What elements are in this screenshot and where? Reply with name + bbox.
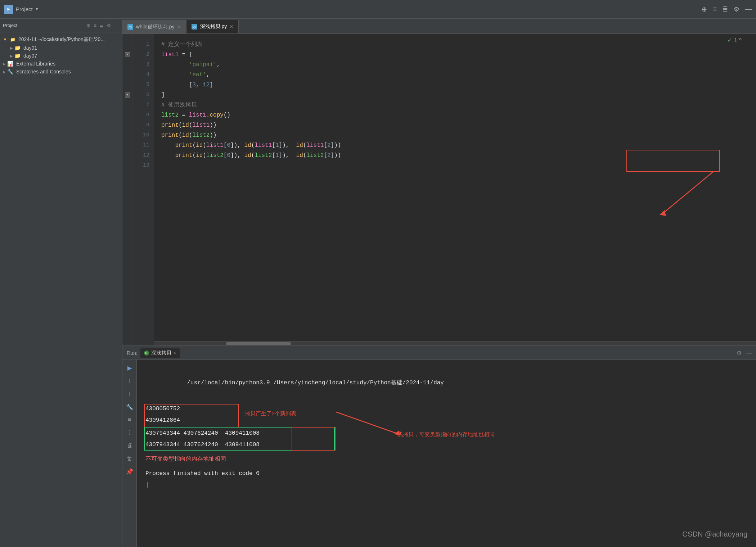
chevron-right-icon-2: ▶ xyxy=(10,54,13,58)
run-output-line-4: 4307943344 4307624240 4309411008 xyxy=(145,439,747,451)
run-header-right: ⚙ — xyxy=(737,349,752,356)
sidebar-header: Project ⊕ ≡ ≣ ⚙ — xyxy=(0,19,122,32)
close-top-btn[interactable]: — xyxy=(745,5,752,13)
code-indent-3 xyxy=(161,60,189,70)
code-horizontal-scrollbar[interactable] xyxy=(154,341,756,345)
run-pin-btn[interactable]: 📌 xyxy=(125,466,135,476)
code-bracket-open: [ xyxy=(189,80,193,90)
run-close-btn[interactable]: — xyxy=(746,350,752,356)
run-tab[interactable]: ▶ 深浅拷贝 ✕ xyxy=(140,348,180,358)
run-print-btn[interactable]: 🖨 xyxy=(125,440,135,451)
sidebar-collapse[interactable]: — xyxy=(114,23,119,28)
tab-while-close[interactable]: ✕ xyxy=(177,24,181,30)
layout-btn-3[interactable]: ≣ xyxy=(723,5,728,13)
sidebar-item-scratches[interactable]: ▶ 🔧 Scratches and Consoles xyxy=(1,68,121,76)
code-string-eat: 'eat' xyxy=(189,70,206,80)
code-id-12c: id xyxy=(296,150,303,161)
code-idx-0b: 0 xyxy=(227,150,230,161)
watermark: CSDN @achaoyang xyxy=(683,530,747,538)
code-p11e: ( xyxy=(251,140,255,150)
code-l1-11b: list1 xyxy=(255,140,272,150)
code-comma-5: , xyxy=(196,80,203,90)
sidebar-ctrl-1[interactable]: ⊕ xyxy=(86,23,91,28)
main-layout: Project ⊕ ≡ ≣ ⚙ — ▼ 📁 2024-11 ~/local/st… xyxy=(0,19,756,547)
line-num-10: 10 xyxy=(132,130,154,140)
code-id-12a: id xyxy=(196,150,203,161)
tabs-bar: py while循环练习.py ✕ py 深浅拷贝.py ✕ xyxy=(122,19,756,34)
gutter-2: ▼ xyxy=(122,50,132,60)
code-indent-11 xyxy=(161,140,175,150)
run-down-btn[interactable]: ↓ xyxy=(125,389,135,399)
sidebar-tree: ▼ 📁 2024-11 ~/local/study/Python基础/20...… xyxy=(0,32,122,547)
chevron-right-icon: ▶ xyxy=(10,46,13,50)
sidebar-settings[interactable]: ⚙ xyxy=(107,23,111,28)
code-p11h: ( xyxy=(303,140,307,150)
code-bracket-close: ] xyxy=(210,80,213,90)
settings-btn[interactable]: ⚙ xyxy=(734,5,739,13)
sidebar-item-day07-label: day07 xyxy=(23,53,37,59)
tab-while-label: while循环练习.py xyxy=(136,24,175,30)
tab-deep-close[interactable]: ✕ xyxy=(230,24,233,29)
run-tab-close[interactable]: ✕ xyxy=(174,350,176,356)
run-output-line-1: 4308050752 xyxy=(145,403,747,415)
run-align-btn[interactable]: ⋮ xyxy=(125,428,135,438)
run-main: ▶ ↑ ↓ 🔧 ≡ ⋮ 🖨 🗑 📌 /usr/local/bin/python3… xyxy=(122,360,756,547)
sidebar-item-day07[interactable]: ▶ 📁 day07 xyxy=(1,52,121,60)
run-output-line-2: 4309412864 xyxy=(145,415,747,426)
sidebar-item-scratches-label: Scratches and Consoles xyxy=(16,69,71,74)
code-line-12: print ( id ( list2 [ 0 ]), id ( list2 [ … xyxy=(161,150,749,161)
sidebar-ctrl-2[interactable]: ≡ xyxy=(94,23,96,28)
folder-open-icon: ▼ xyxy=(3,37,7,42)
gutter-10 xyxy=(122,130,132,140)
code-print-12: print xyxy=(175,150,192,161)
run-play-btn[interactable]: ▶ xyxy=(125,363,135,373)
code-idx-2b: 2 xyxy=(327,150,331,161)
run-output-line-6: Process finished with exit code 0 xyxy=(145,468,747,479)
sidebar-item-external[interactable]: ▶ 📊 External Libraries xyxy=(1,60,121,68)
run-wrench-btn[interactable]: 🔧 xyxy=(125,402,135,412)
sidebar-item-day01[interactable]: ▶ 📁 day01 xyxy=(1,44,121,52)
code-l1-11c: list1 xyxy=(306,140,324,150)
code-indent-12 xyxy=(161,150,175,161)
code-p11c: [ xyxy=(224,140,227,150)
tab-while[interactable]: py while循环练习.py ✕ xyxy=(122,20,186,33)
content-area: py while循环练习.py ✕ py 深浅拷贝.py ✕ ✓ 1 ^ ▼ xyxy=(122,19,756,547)
tab-deep-label: 深浅拷贝.py xyxy=(200,23,227,30)
sidebar-header-controls: ⊕ ≡ ≣ ⚙ — xyxy=(86,23,119,28)
layout-btn-2[interactable]: ≡ xyxy=(713,5,717,13)
run-output[interactable]: /usr/local/bin/python3.9 /Users/yincheng… xyxy=(137,360,756,547)
check-icon: ✓ xyxy=(727,37,732,44)
code-p12b: ( xyxy=(203,150,206,161)
code-line-6: ] xyxy=(161,90,749,100)
run-filter-btn[interactable]: ≡ xyxy=(125,415,135,425)
run-trash-btn[interactable]: 🗑 xyxy=(125,453,135,464)
sidebar-ctrl-3[interactable]: ≣ xyxy=(99,23,104,28)
fold-icon-2[interactable]: ▼ xyxy=(125,52,130,57)
layout-btn-1[interactable]: ⊕ xyxy=(702,5,707,13)
code-l1-11a: list1 xyxy=(206,140,224,150)
code-num-3: 3 xyxy=(192,80,196,90)
code-indent-4 xyxy=(161,70,189,80)
code-id-9: id xyxy=(182,120,189,130)
code-line-2: list1 = [ xyxy=(161,50,749,60)
code-line-9: print ( id ( list1 )) xyxy=(161,120,749,130)
run-tab-icon: ▶ xyxy=(144,351,149,356)
fold-icon-6[interactable]: ▼ xyxy=(125,92,130,98)
chevron-right-icon-4: ▶ xyxy=(3,70,6,74)
line-num-11: 11 xyxy=(132,140,154,150)
top-bar-controls: ⊕ ≡ ≣ ⚙ — xyxy=(702,5,752,13)
gutter-6: ▼ xyxy=(122,90,132,100)
line-num-13: 13 xyxy=(132,161,154,171)
run-settings-btn[interactable]: ⚙ xyxy=(737,349,742,356)
code-dot: . xyxy=(206,110,210,120)
run-up-btn[interactable]: ↑ xyxy=(125,376,135,386)
code-paren-9c: )) xyxy=(210,120,216,130)
code-eq: = [ xyxy=(179,50,192,60)
day01-folder-icon: 📁 xyxy=(14,45,21,51)
tab-deep[interactable]: py 深浅拷贝.py ✕ xyxy=(186,20,239,33)
code-line-1: # 定义一个列表 xyxy=(161,40,749,50)
code-lines[interactable]: # 定义一个列表 list1 = [ 'paipai' , xyxy=(154,34,756,345)
code-comment-7: # 使用浅拷贝 xyxy=(161,100,197,110)
sidebar-item-root[interactable]: ▼ 📁 2024-11 ~/local/study/Python基础/20... xyxy=(1,35,121,44)
gutter-9 xyxy=(122,120,132,130)
